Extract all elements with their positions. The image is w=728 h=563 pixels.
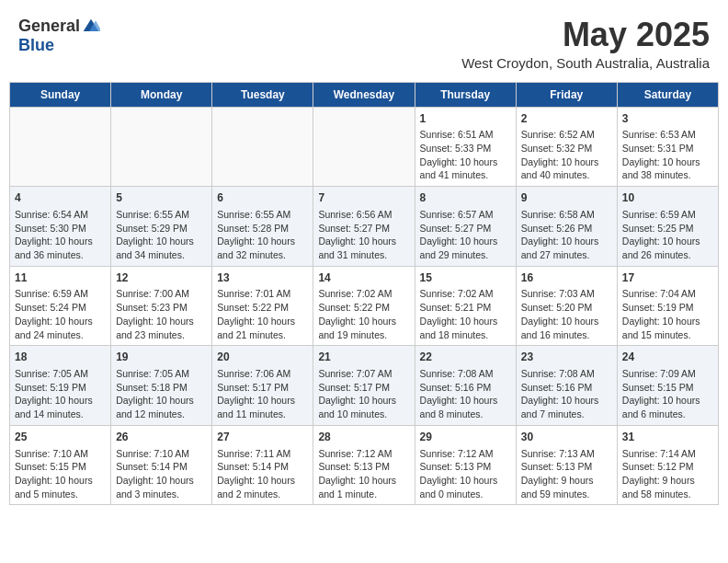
day-info-line: Sunset: 5:29 PM — [116, 222, 207, 236]
day-number: 2 — [521, 111, 612, 127]
day-number: 23 — [521, 350, 612, 365]
calendar-cell: 11Sunrise: 6:59 AMSunset: 5:24 PMDayligh… — [10, 266, 111, 346]
logo-blue-text: Blue — [18, 36, 54, 55]
weekday-header-wednesday: Wednesday — [313, 82, 415, 107]
day-info-line: Sunset: 5:23 PM — [116, 301, 207, 315]
day-info-line: Sunset: 5:13 PM — [521, 460, 612, 474]
calendar-cell — [111, 107, 212, 187]
day-info-line: Sunrise: 7:09 AM — [622, 367, 713, 381]
day-info-line: Sunset: 5:14 PM — [116, 460, 207, 474]
day-number: 21 — [318, 350, 409, 365]
day-info-line: and 10 minutes. — [318, 408, 409, 421]
day-info-line: Sunrise: 7:12 AM — [318, 447, 409, 461]
day-number: 9 — [521, 190, 612, 206]
day-info-line: Daylight: 10 hours — [116, 315, 207, 328]
day-number: 25 — [15, 430, 106, 445]
day-info-line: Daylight: 10 hours — [318, 235, 409, 248]
day-info-line: Sunrise: 7:10 AM — [116, 447, 207, 461]
logo-general-text: General — [18, 17, 80, 36]
day-info-line: Sunset: 5:14 PM — [217, 460, 308, 474]
calendar-cell: 21Sunrise: 7:07 AMSunset: 5:17 PMDayligh… — [313, 346, 415, 426]
day-info-line: Sunset: 5:27 PM — [420, 222, 511, 236]
day-number: 12 — [116, 270, 207, 286]
calendar-cell: 18Sunrise: 7:05 AMSunset: 5:19 PMDayligh… — [10, 346, 111, 426]
day-info-line: Sunrise: 6:54 AM — [15, 208, 106, 222]
day-info-line: and 16 minutes. — [521, 328, 612, 342]
day-info-line: Sunset: 5:32 PM — [521, 142, 612, 155]
day-info-line: and 29 minutes. — [420, 248, 511, 262]
day-info-line: Sunset: 5:31 PM — [622, 142, 713, 155]
weekday-header-tuesday: Tuesday — [212, 82, 313, 107]
day-info-line: and 1 minute. — [318, 488, 409, 501]
day-number: 8 — [420, 190, 511, 206]
calendar-cell: 8Sunrise: 6:57 AMSunset: 5:27 PMDaylight… — [415, 187, 516, 267]
calendar-cell: 23Sunrise: 7:08 AMSunset: 5:16 PMDayligh… — [516, 346, 617, 426]
day-info-line: and 41 minutes. — [420, 168, 511, 182]
day-info-line: Daylight: 10 hours — [521, 315, 612, 328]
calendar-cell: 27Sunrise: 7:11 AMSunset: 5:14 PMDayligh… — [212, 425, 313, 505]
calendar-cell: 19Sunrise: 7:05 AMSunset: 5:18 PMDayligh… — [111, 346, 212, 426]
day-number: 6 — [217, 190, 308, 206]
weekday-header-thursday: Thursday — [415, 82, 516, 107]
day-info-line: Sunrise: 7:08 AM — [420, 367, 511, 381]
day-info-line: Sunrise: 7:12 AM — [420, 447, 511, 461]
title-section: May 2025 West Croydon, South Australia, … — [461, 17, 710, 71]
calendar-cell: 17Sunrise: 7:04 AMSunset: 5:19 PMDayligh… — [617, 266, 718, 346]
day-info-line: Sunset: 5:21 PM — [420, 301, 511, 315]
logo: General Blue — [18, 17, 100, 55]
day-number: 17 — [622, 270, 713, 286]
calendar-week-row: 25Sunrise: 7:10 AMSunset: 5:15 PMDayligh… — [10, 425, 719, 505]
day-info-line: and 2 minutes. — [217, 488, 308, 501]
day-info-line: Sunset: 5:15 PM — [15, 460, 106, 474]
day-info-line: Daylight: 10 hours — [116, 474, 207, 488]
calendar-cell: 4Sunrise: 6:54 AMSunset: 5:30 PMDaylight… — [10, 187, 111, 267]
day-info-line: Sunset: 5:16 PM — [420, 381, 511, 395]
day-info-line: Sunrise: 6:51 AM — [420, 128, 511, 142]
day-number: 1 — [420, 111, 511, 127]
day-info-line: Sunrise: 6:57 AM — [420, 208, 511, 222]
day-info-line: Daylight: 10 hours — [116, 235, 207, 248]
day-number: 28 — [318, 430, 409, 445]
calendar-cell: 24Sunrise: 7:09 AMSunset: 5:15 PMDayligh… — [617, 346, 718, 426]
day-info-line: Daylight: 10 hours — [622, 235, 713, 248]
day-info-line: Sunset: 5:19 PM — [15, 381, 106, 395]
day-info-line: and 5 minutes. — [15, 488, 106, 501]
calendar-cell: 9Sunrise: 6:58 AMSunset: 5:26 PMDaylight… — [516, 187, 617, 267]
weekday-header-sunday: Sunday — [10, 82, 111, 107]
calendar-week-row: 1Sunrise: 6:51 AMSunset: 5:33 PMDaylight… — [10, 107, 719, 187]
day-info-line: Sunrise: 7:00 AM — [116, 287, 207, 301]
day-info-line: and 23 minutes. — [116, 328, 207, 342]
day-info-line: Daylight: 10 hours — [420, 474, 511, 488]
day-number: 13 — [217, 270, 308, 286]
day-info-line: Daylight: 9 hours — [622, 474, 713, 488]
day-info-line: Sunrise: 7:08 AM — [521, 367, 612, 381]
day-info-line: and 19 minutes. — [318, 328, 409, 342]
day-info-line: and 27 minutes. — [521, 248, 612, 262]
day-number: 3 — [622, 111, 713, 127]
day-info-line: Sunrise: 7:05 AM — [116, 367, 207, 381]
day-info-line: Daylight: 10 hours — [217, 394, 308, 408]
day-info-line: Sunrise: 7:04 AM — [622, 287, 713, 301]
day-info-line: and 3 minutes. — [116, 488, 207, 501]
calendar-cell: 25Sunrise: 7:10 AMSunset: 5:15 PMDayligh… — [10, 425, 111, 505]
day-number: 18 — [15, 350, 106, 365]
calendar-cell: 3Sunrise: 6:53 AMSunset: 5:31 PMDaylight… — [617, 107, 718, 187]
day-number: 19 — [116, 350, 207, 365]
day-info-line: and 32 minutes. — [217, 248, 308, 262]
calendar-cell: 15Sunrise: 7:02 AMSunset: 5:21 PMDayligh… — [415, 266, 516, 346]
day-info-line: and 59 minutes. — [521, 488, 612, 501]
logo-icon — [82, 17, 100, 36]
day-info-line: and 14 minutes. — [15, 408, 106, 421]
calendar-cell: 12Sunrise: 7:00 AMSunset: 5:23 PMDayligh… — [111, 266, 212, 346]
day-info-line: Sunset: 5:15 PM — [622, 381, 713, 395]
day-info-line: and 36 minutes. — [15, 248, 106, 262]
day-info-line: Sunset: 5:27 PM — [318, 222, 409, 236]
day-info-line: and 58 minutes. — [622, 488, 713, 501]
day-info-line: and 21 minutes. — [217, 328, 308, 342]
calendar-cell: 7Sunrise: 6:56 AMSunset: 5:27 PMDaylight… — [313, 187, 415, 267]
calendar-cell: 22Sunrise: 7:08 AMSunset: 5:16 PMDayligh… — [415, 346, 516, 426]
day-info-line: Sunset: 5:22 PM — [318, 301, 409, 315]
calendar-cell — [10, 107, 111, 187]
calendar-cell — [313, 107, 415, 187]
day-info-line: and 26 minutes. — [622, 248, 713, 262]
